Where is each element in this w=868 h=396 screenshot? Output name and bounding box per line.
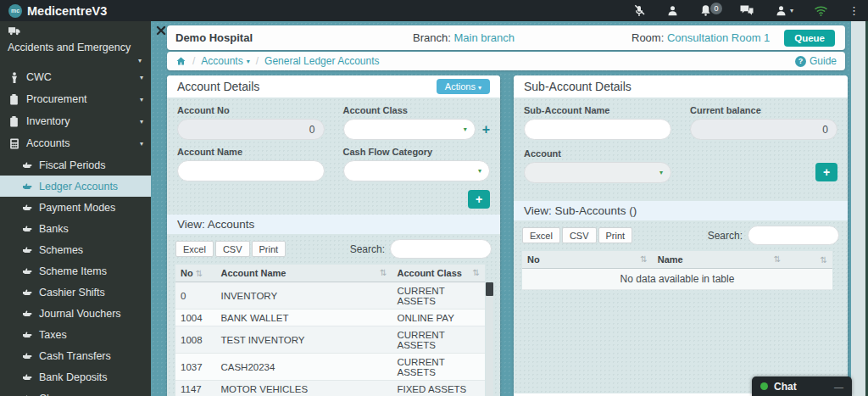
accounts-toolbar: Excel CSV Print Search: <box>167 234 500 263</box>
table-row[interactable]: 1008TEST INVENTORYCURRENT ASSETS <box>175 326 485 354</box>
sort-icon: ⇅ <box>380 268 387 277</box>
csv-export-button[interactable]: CSV <box>562 227 597 243</box>
topbar-icons: 0 ▾ ⋮ <box>632 4 860 18</box>
account-no-field <box>177 119 325 140</box>
sidebar-item-inventory[interactable]: Inventory ▾ <box>0 110 151 132</box>
branch-value: Main branch <box>453 31 515 44</box>
column-header-account-name[interactable]: Account Name⇅ <box>215 265 392 282</box>
wifi-icon[interactable] <box>814 4 828 17</box>
brand-logo-icon: mc <box>8 4 22 18</box>
add-account-class-button[interactable]: + <box>482 123 490 137</box>
account-name-field[interactable] <box>177 160 325 181</box>
excel-export-button[interactable]: Excel <box>175 241 214 257</box>
sidebar-item-taxes[interactable]: Taxes <box>0 324 151 345</box>
table-row[interactable]: 1004BANK WALLETONLINE PAY <box>175 310 485 326</box>
sidebar-item-cwc[interactable]: CWC ▾ <box>0 66 151 88</box>
scrollbar-thumb[interactable] <box>486 282 493 296</box>
chevron-down-icon: ▾ <box>247 58 250 65</box>
accounts-view-title: View: Accounts <box>167 215 500 234</box>
topbar: mc MedicentreV3 0 ▾ ⋮ <box>0 0 868 21</box>
column-header-account-class[interactable]: Account Class⇅ <box>392 265 485 282</box>
brand[interactable]: mc MedicentreV3 <box>8 4 107 18</box>
hand-point-icon <box>22 246 33 254</box>
branch-label: Branch: <box>413 31 451 44</box>
add-sub-account-button[interactable]: + <box>815 163 837 181</box>
chevron-down-icon: ▾ <box>790 7 793 14</box>
account-class-select[interactable] <box>343 119 476 140</box>
sidebar-item-cashier-shifts[interactable]: Cashier Shifts <box>0 282 151 303</box>
sub-accounts-table: No⇅ Name⇅ ⇅ No data available in table <box>522 251 832 290</box>
close-icon[interactable] <box>154 24 168 37</box>
chevron-down-icon: ▾ <box>140 96 143 103</box>
user-icon[interactable] <box>666 4 679 17</box>
sidebar-item-label: Cashier Shifts <box>39 287 105 298</box>
print-button[interactable]: Print <box>252 241 287 257</box>
table-row[interactable]: 0INVENTORYCURRENT ASSETS <box>175 282 485 310</box>
sidebar-item-banks[interactable]: Banks <box>0 218 151 239</box>
sub-account-name-label: Sub-Account Name <box>524 105 671 115</box>
breadcrumb-label: Accounts <box>201 55 242 67</box>
sidebar-item-cash-transfers[interactable]: Cash Transfers <box>0 345 151 366</box>
add-account-button[interactable]: + <box>468 190 490 209</box>
account-menu-icon[interactable]: ▾ <box>775 4 793 17</box>
accounts-search-input[interactable] <box>390 239 492 259</box>
notification-count-badge: 0 <box>710 3 722 14</box>
search-label: Search: <box>350 243 385 255</box>
sidebar-item-cheques[interactable]: Cheques <box>0 388 151 396</box>
cash-flow-category-select[interactable] <box>343 160 491 181</box>
mic-muted-icon[interactable] <box>632 4 646 18</box>
actions-dropdown-button[interactable]: Actions ▾ <box>437 79 490 94</box>
guide-link[interactable]: ? Guide <box>795 55 837 67</box>
sub-account-details-panel: Sub-Account Details Sub-Account Name Cur… <box>514 75 848 396</box>
print-button[interactable]: Print <box>598 227 633 243</box>
column-header-blank[interactable]: ⇅ <box>786 251 832 269</box>
chat-widget[interactable]: Chat — <box>752 376 852 396</box>
excel-export-button[interactable]: Excel <box>522 227 560 243</box>
chat-bubbles-icon[interactable] <box>739 4 754 17</box>
sort-icon: ⇅ <box>774 254 781 264</box>
column-header-no[interactable]: No⇅ <box>522 251 653 269</box>
table-row[interactable]: 1147MOTOR VEHICLESFIXED ASSETS <box>175 381 485 396</box>
sub-account-name-field[interactable] <box>524 119 671 140</box>
hand-point-icon <box>22 310 33 317</box>
table-scrollbar[interactable] <box>486 282 493 396</box>
table-row[interactable]: 1037CASH20234CURRENT ASSETS <box>175 354 485 381</box>
sub-accounts-view-title: View: Sub-Accounts () <box>514 201 848 220</box>
sub-accounts-search-input[interactable] <box>748 226 839 245</box>
minimize-icon[interactable]: — <box>834 382 843 392</box>
sidebar-item-fiscal-periods[interactable]: Fiscal Periods <box>0 154 151 176</box>
sidebar-item-payment-modes[interactable]: Payment Modes <box>0 197 151 218</box>
accounts-table-area: No⇅ Account Name⇅ Account Class⇅ 0INVENT… <box>167 263 500 396</box>
sub-account-details-form: Sub-Account Name Current balance Account… <box>514 98 848 201</box>
notifications-bell-icon[interactable]: 0 <box>699 4 712 17</box>
hospital-name: Demo Hospital <box>175 31 253 44</box>
column-header-no[interactable]: No⇅ <box>175 265 215 282</box>
sort-icon: ⇅ <box>640 254 647 264</box>
breadcrumb-accounts[interactable]: Accounts ▾ <box>201 55 249 67</box>
sidebar-item-accidents-emergency[interactable]: Accidents and Emergency ▾ <box>0 21 151 66</box>
accounts-table: No⇅ Account Name⇅ Account Class⇅ 0INVENT… <box>175 265 485 396</box>
sidebar-item-label: Accounts <box>26 137 70 149</box>
sidebar-item-bank-deposits[interactable]: Bank Deposits <box>0 366 151 388</box>
csv-export-button[interactable]: CSV <box>215 241 250 257</box>
sidebar-item-label: Scheme Items <box>39 265 107 277</box>
actions-label: Actions <box>445 81 476 92</box>
brand-name: MedicentreV3 <box>27 4 107 18</box>
hand-point-icon <box>22 288 33 296</box>
account-select[interactable] <box>524 162 671 183</box>
kebab-menu-icon[interactable]: ⋮ <box>849 4 860 17</box>
sidebar-item-scheme-items[interactable]: Scheme Items <box>0 260 151 282</box>
sidebar-item-journal-vouchers[interactable]: Journal Vouchers <box>0 303 151 324</box>
sidebar-item-accounts[interactable]: Accounts ▾ <box>0 132 151 154</box>
sidebar: Accidents and Emergency ▾ CWC ▾ Procurem… <box>0 21 151 396</box>
home-icon[interactable] <box>175 56 186 66</box>
sidebar-item-ledger-accounts[interactable]: Ledger Accounts <box>0 176 151 197</box>
sidebar-item-schemes[interactable]: Schemes <box>0 239 151 260</box>
app-window: mc MedicentreV3 0 ▾ ⋮ <box>0 0 868 396</box>
queue-button[interactable]: Queue <box>784 30 835 47</box>
account-details-form: Account No Account Class ▾ + <box>167 98 500 215</box>
sidebar-item-procurement[interactable]: Procurement ▾ <box>0 88 151 110</box>
clipboard-icon <box>8 94 20 105</box>
column-header-name[interactable]: Name⇅ <box>653 251 786 269</box>
page-gutter <box>851 21 865 396</box>
